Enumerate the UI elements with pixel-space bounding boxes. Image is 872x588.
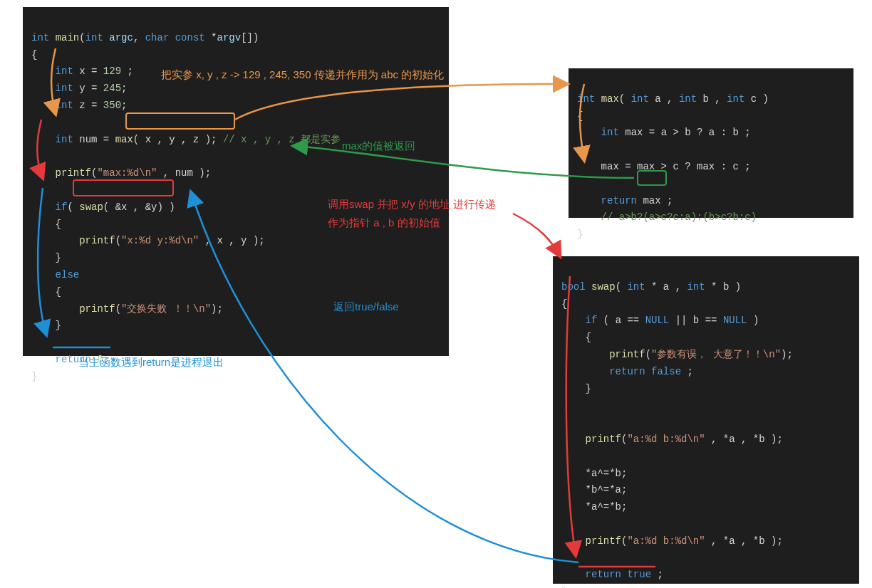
max-ternary-comment: // a>b?(a>c?c:a):(b>c?b:c) (601, 211, 757, 223)
arrow-swap-call-to-block (513, 214, 560, 256)
swap-fn-name: swap (591, 281, 616, 293)
max-code-block: int max( int a , int b , int c ) { int m… (569, 68, 853, 218)
max-args-comment: // x , y , z 都是实参 (223, 134, 341, 145)
main-code-block: int main(int argc, char const *argv[]) {… (23, 7, 449, 356)
swap-code-block: bool swap( int * a , int * b ) { if ( a … (553, 256, 859, 584)
main-fn-name: main (56, 32, 80, 43)
max-fn-name: max (601, 93, 619, 105)
